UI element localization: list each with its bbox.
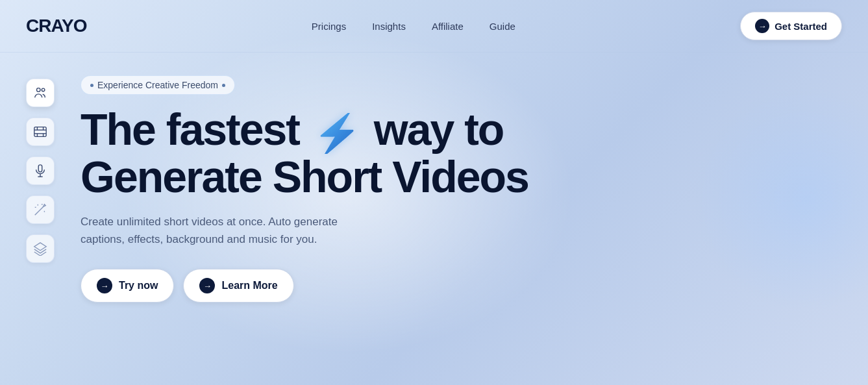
sidebar-icons: [26, 72, 55, 303]
try-now-arrow-icon: →: [97, 278, 112, 293]
wand-svg-icon: [33, 203, 47, 217]
try-now-label: Try now: [119, 280, 158, 292]
nav-guide[interactable]: Guide: [478, 16, 527, 37]
svg-line-12: [35, 206, 43, 215]
get-started-arrow-icon: →: [755, 19, 769, 33]
learn-more-label: Learn More: [221, 280, 277, 292]
try-now-button[interactable]: → Try now: [81, 269, 174, 303]
headline-part1: The fastest: [81, 105, 310, 154]
cta-buttons: → Try now → Learn More: [81, 269, 842, 303]
tagline-badge: Experience Creative Freedom: [81, 75, 235, 95]
nav-affiliate[interactable]: Affiliate: [420, 16, 475, 37]
navbar: CRAYO Pricings Insights Affiliate Guide …: [0, 0, 868, 53]
hero-headline: The fastest ⚡ way to Generate Short Vide…: [81, 106, 567, 200]
hero-subtext: Create unlimited short videos at once. A…: [81, 213, 379, 248]
dot-right: [222, 84, 225, 87]
page-wrapper: CRAYO Pricings Insights Affiliate Guide …: [0, 0, 868, 385]
learn-more-arrow-icon: →: [199, 278, 215, 293]
mic-svg-icon: [33, 164, 47, 178]
logo: CRAYO: [26, 16, 87, 36]
layers-svg-icon: [33, 242, 47, 256]
sidebar-layers-icon[interactable]: [26, 234, 55, 263]
learn-more-button[interactable]: → Learn More: [183, 269, 293, 303]
sidebar-mic-icon[interactable]: [26, 156, 55, 185]
sidebar-film-icon[interactable]: [26, 118, 55, 146]
hero-section: Experience Creative Freedom The fastest …: [81, 72, 842, 303]
main-content: Experience Creative Freedom The fastest …: [0, 53, 868, 303]
film-svg-icon: [33, 125, 47, 139]
get-started-button[interactable]: → Get Started: [740, 12, 842, 40]
nav-insights[interactable]: Insights: [360, 16, 417, 37]
users-svg-icon: [33, 86, 47, 100]
tagline-text: Experience Creative Freedom: [97, 80, 218, 90]
svg-rect-9: [38, 165, 42, 172]
sidebar-wand-icon[interactable]: [26, 195, 55, 224]
svg-rect-2: [34, 127, 46, 137]
sidebar-users-icon[interactable]: [26, 79, 55, 107]
get-started-label: Get Started: [775, 21, 827, 32]
dot-left: [90, 84, 93, 87]
lightning-icon: ⚡: [313, 113, 360, 154]
svg-marker-17: [34, 243, 46, 251]
headline-part2: way to: [363, 105, 504, 154]
nav-links: Pricings Insights Affiliate Guide: [300, 16, 527, 37]
nav-pricings[interactable]: Pricings: [300, 16, 358, 37]
svg-point-0: [37, 88, 41, 92]
svg-point-1: [42, 88, 45, 92]
headline-part3: Generate Short Videos: [81, 152, 528, 201]
